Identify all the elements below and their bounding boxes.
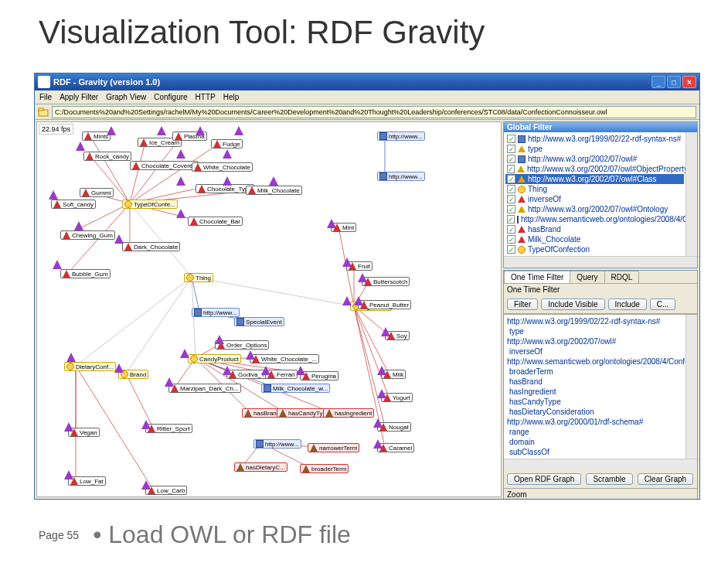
one-time-filter-item[interactable]: broaderTerm	[505, 367, 684, 377]
graph-triangle-icon[interactable]	[196, 126, 205, 135]
graph-triangle-icon[interactable]	[76, 142, 85, 151]
scrollbar[interactable]	[685, 315, 697, 459]
checkbox-icon[interactable]: ✓	[507, 245, 515, 254]
graph-node[interactable]: Perugina	[300, 371, 338, 380]
menu-help[interactable]: Help	[223, 93, 240, 101]
graph-node[interactable]: White_Chocolate	[192, 162, 253, 172]
graph-node[interactable]: hasDietaryC...	[234, 462, 287, 472]
folder-icon[interactable]	[38, 107, 49, 118]
graph-node[interactable]: DietaryConf...	[64, 362, 116, 371]
graph-triangle-icon[interactable]	[114, 234, 124, 244]
graph-node[interactable]: Milk_Chocolate	[246, 186, 302, 195]
titlebar[interactable]: RDF - Gravity (version 1.0) _ □ ×	[35, 73, 699, 90]
graph-triangle-icon[interactable]	[377, 389, 386, 398]
one-time-filter-item[interactable]: http://www.w3.org/2002/07/owl#	[505, 336, 684, 346]
graph-triangle-icon[interactable]	[296, 366, 305, 375]
open-rdf-graph-button[interactable]: Open RDF Graph	[507, 473, 581, 485]
graph-node[interactable]: Rock_candy	[83, 152, 131, 161]
global-filter-item[interactable]: ✓TypeOfConfection	[505, 244, 684, 254]
graph-triangle-icon[interactable]	[223, 176, 232, 186]
graph-node[interactable]: TypeOfConfe...	[122, 200, 178, 209]
graph-triangle-icon[interactable]	[107, 126, 116, 135]
graph-triangle-icon[interactable]	[373, 439, 383, 449]
checkbox-icon[interactable]: ✓	[507, 175, 515, 183]
graph-node[interactable]: Chocolate_Covered	[130, 161, 199, 170]
graph-node[interactable]: http://www...	[192, 308, 240, 317]
checkbox-icon[interactable]: ✓	[507, 145, 515, 153]
graph-node[interactable]: Fudge	[211, 139, 243, 148]
graph-triangle-icon[interactable]	[234, 126, 243, 135]
include-visible-button[interactable]: Include Visible	[541, 299, 604, 310]
graph-node[interactable]: narrowerTerm	[308, 443, 359, 452]
maximize-button[interactable]: □	[667, 76, 681, 88]
graph-node[interactable]: Soft_candy	[51, 200, 96, 209]
graph-node[interactable]: Marzipan_Dark_Ch...	[168, 384, 241, 393]
minimize-button[interactable]: _	[651, 76, 665, 88]
graph-triangle-icon[interactable]	[176, 209, 185, 218]
graph-triangle-icon[interactable]	[261, 366, 270, 375]
one-time-filter-item[interactable]: hasDietaryConsideration	[505, 407, 684, 417]
graph-canvas[interactable]: 22.94 fps	[36, 121, 502, 497]
graph-triangle-icon[interactable]	[66, 353, 76, 362]
graph-node[interactable]: Butterscotch	[362, 277, 410, 286]
close-button[interactable]: ×	[682, 76, 696, 88]
checkbox-icon[interactable]: ✓	[507, 225, 515, 234]
graph-triangle-icon[interactable]	[354, 296, 363, 305]
global-filter-item[interactable]: ✓http://www.w3.org/2002/07/owl#Ontology	[505, 204, 684, 214]
graph-triangle-icon[interactable]	[381, 327, 390, 336]
graph-triangle-icon[interactable]	[342, 258, 352, 267]
graph-node[interactable]: CandyProduct	[188, 354, 241, 363]
one-time-filter-item[interactable]: type	[505, 326, 684, 336]
graph-triangle-icon[interactable]	[74, 221, 83, 230]
one-time-filter-item[interactable]: hasBrand	[505, 377, 684, 387]
graph-triangle-icon[interactable]	[327, 219, 336, 228]
menu-file[interactable]: File	[39, 93, 52, 101]
graph-resource-node[interactable]: http://www...	[377, 131, 425, 141]
graph-node[interactable]: broaderTerm	[300, 464, 349, 473]
checkbox-icon[interactable]: ✓	[507, 205, 515, 213]
graph-triangle-icon[interactable]	[165, 377, 174, 387]
checkbox-icon[interactable]: ✓	[507, 165, 515, 173]
graph-triangle-icon[interactable]	[269, 176, 278, 186]
global-filter-item[interactable]: ✓http://www.w3.org/2002/07/owl#ObjectPro…	[505, 164, 684, 174]
graph-node[interactable]: Bubble_Gum	[60, 269, 111, 278]
menu-http[interactable]: HTTP	[196, 93, 216, 101]
graph-node[interactable]: hasIngredient	[323, 408, 374, 418]
graph-node[interactable]: White_Chocolate_...	[250, 354, 319, 363]
graph-triangle-icon[interactable]	[246, 350, 255, 360]
global-filter-item[interactable]: ✓Milk_Chocolate	[505, 234, 684, 244]
graph-triangle-icon[interactable]	[176, 149, 185, 159]
graph-node[interactable]: Chewing_Gum	[60, 230, 115, 240]
graph-triangle-icon[interactable]	[53, 260, 62, 269]
graph-node[interactable]: Gummi	[80, 188, 114, 197]
graph-triangle-icon[interactable]	[342, 296, 352, 305]
graph-node[interactable]: Thing	[184, 273, 213, 282]
one-time-filter-list[interactable]: http://www.w3.org/1999/02/22-rdf-syntax-…	[504, 315, 685, 459]
one-time-filter-item[interactable]: hasIngredient	[505, 387, 684, 397]
graph-triangle-icon[interactable]	[141, 420, 151, 429]
global-filter-item[interactable]: ✓http://www.w3.org/2002/07/owl#	[505, 154, 684, 164]
one-time-filter-item[interactable]: hasCandyType	[505, 397, 684, 407]
graph-triangle-icon[interactable]	[377, 366, 386, 375]
graph-node[interactable]: Caramel	[377, 443, 414, 452]
global-filter-list[interactable]: ✓http://www.w3.org/1999/02/22-rdf-syntax…	[504, 132, 685, 256]
graph-node[interactable]: Peanut_Butter	[358, 300, 411, 309]
graph-node[interactable]: Low_Carb	[145, 486, 187, 495]
one-time-filter-item[interactable]: range	[505, 427, 684, 437]
clear-graph-button[interactable]: Clear Graph	[638, 473, 693, 485]
checkbox-icon[interactable]: ✓	[507, 185, 515, 193]
graph-node[interactable]: Milk_Chocolate_w...	[261, 384, 330, 393]
graph-node[interactable]: Chocolate_Bar	[188, 217, 243, 226]
checkbox-icon[interactable]: ✓	[507, 155, 515, 163]
graph-triangle-icon[interactable]	[114, 363, 124, 373]
graph-triangle-icon[interactable]	[373, 418, 383, 428]
graph-triangle-icon[interactable]	[358, 273, 367, 282]
menu-graph-view[interactable]: Graph View	[106, 93, 146, 101]
checkbox-icon[interactable]: ✓	[507, 135, 515, 143]
c-button[interactable]: C...	[650, 299, 676, 310]
menu-apply-filter[interactable]: Apply Filter	[60, 93, 98, 101]
one-time-filter-item[interactable]: http://www.w3.org/1999/02/22-rdf-syntax-…	[505, 316, 684, 326]
tab-one-time-filter[interactable]: One Time Filter	[504, 271, 570, 283]
global-filter-item[interactable]: ✓hasBrand	[505, 224, 684, 234]
scramble-button[interactable]: Scramble	[586, 473, 632, 485]
